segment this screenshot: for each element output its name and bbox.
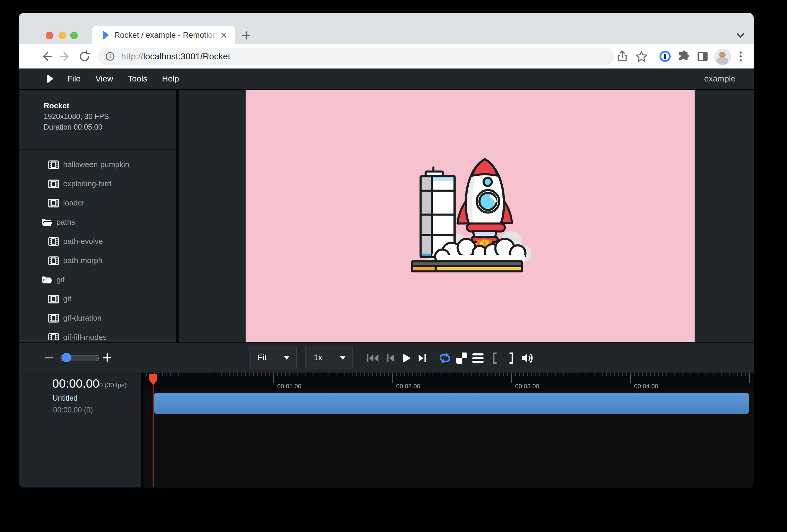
- ruler-label: 00:03.00: [515, 383, 539, 390]
- next-frame-button[interactable]: [416, 351, 429, 365]
- sidebar-item-label: halloween-pumpkin: [63, 160, 129, 169]
- new-tab-button[interactable]: [241, 30, 252, 41]
- remotion-menubar: File View Tools Help example: [19, 68, 753, 90]
- minimize-window-button[interactable]: [59, 31, 66, 39]
- side-panel-icon[interactable]: [696, 49, 709, 63]
- zoom-window-button[interactable]: [70, 31, 78, 39]
- playback-controls-bar: Fit 1x: [19, 342, 753, 373]
- site-info-icon[interactable]: [105, 51, 115, 61]
- current-time: 00:00.00: [52, 377, 100, 390]
- bookmark-star-button[interactable]: [635, 49, 648, 63]
- composition-resolution: 1920x1080, 30 FPS: [44, 111, 176, 122]
- reload-button[interactable]: [78, 49, 91, 63]
- share-button[interactable]: [616, 49, 629, 63]
- transparency-checkerboard-toggle[interactable]: [455, 351, 468, 365]
- previous-frame-button[interactable]: [384, 351, 397, 365]
- volume-button[interactable]: [521, 351, 534, 365]
- sidebar-item-label: loader: [63, 198, 84, 208]
- tab-search-chevron-icon[interactable]: [735, 30, 746, 41]
- composition-list: halloween-pumpkin exploding-bird loader …: [19, 150, 176, 340]
- compositions-sidebar: Rocket 1920x1080, 30 FPS Duration 00:05.…: [19, 90, 176, 342]
- timeline-zoom-slider-knob[interactable]: [62, 353, 71, 362]
- menu-items: File View Tools Help: [67, 74, 179, 84]
- url-text: http://localhost:3001/Rocket: [121, 51, 230, 61]
- sidebar-item-path-evolve[interactable]: path-evolve: [19, 232, 176, 251]
- sidebar-resize-handle[interactable]: [176, 90, 179, 342]
- composition-canvas[interactable]: [246, 90, 695, 342]
- close-window-button[interactable]: [46, 31, 54, 39]
- sidebar-folder-gif[interactable]: gif: [19, 270, 176, 289]
- menu-tools[interactable]: Tools: [128, 74, 147, 84]
- sidebar-item-exploding-bird[interactable]: exploding-bird: [19, 174, 176, 193]
- browser-tab[interactable]: Rocket / example - Remotion P: [92, 26, 235, 44]
- sidebar-item-label: gif-fill-modes: [63, 333, 107, 340]
- film-icon: [48, 295, 59, 303]
- menu-help[interactable]: Help: [162, 74, 179, 84]
- sidebar-item-gif-duration[interactable]: gif-duration: [19, 308, 176, 328]
- onepassword-extension-icon[interactable]: [658, 49, 672, 63]
- address-bar[interactable]: http://localhost:3001/Rocket: [98, 48, 615, 65]
- close-tab-icon[interactable]: [219, 30, 229, 40]
- sidebar-item-gif[interactable]: gif: [19, 289, 176, 308]
- profile-avatar[interactable]: [715, 49, 731, 65]
- tab-strip: Rocket / example - Remotion P: [19, 13, 753, 44]
- timeline-zoom-out-button[interactable]: [45, 357, 54, 358]
- sidebar-item-label: paths: [56, 218, 75, 227]
- sidebar-folder-paths[interactable]: paths: [19, 213, 176, 232]
- film-icon: [48, 160, 59, 169]
- canvas-size-dropdown[interactable]: Fit: [249, 347, 297, 368]
- canvas-size-value: Fit: [258, 353, 267, 362]
- extensions-puzzle-icon[interactable]: [677, 49, 691, 63]
- timeline-track-bar[interactable]: [154, 393, 749, 414]
- playhead-line: [153, 374, 153, 487]
- track-name[interactable]: Untitled: [52, 394, 78, 402]
- play-button[interactable]: [400, 351, 413, 365]
- screen: Rocket / example - Remotion P: [0, 0, 787, 532]
- sidebar-item-label: path-evolve: [63, 237, 103, 246]
- chevron-down-icon: [339, 356, 346, 360]
- sidebar-item-label: gif: [63, 294, 71, 303]
- avatar-body: [717, 58, 728, 65]
- composition-duration: Duration 00:05.00: [44, 122, 176, 132]
- set-out-point-button[interactable]: [504, 351, 518, 365]
- playback-speed-dropdown[interactable]: 1x: [305, 347, 353, 368]
- remotion-logo-icon[interactable]: [45, 75, 54, 83]
- main-area: Rocket 1920x1080, 30 FPS Duration 00:05.…: [19, 90, 753, 342]
- timeline-ruler[interactable]: 00:01.00 00:02.00 00:03.00 00:04.00: [144, 373, 753, 391]
- sidebar-item-gif-fill-modes[interactable]: gif-fill-modes: [19, 328, 176, 340]
- sidebar-item-label: gif: [56, 275, 64, 284]
- remotion-favicon-icon: [101, 31, 109, 40]
- timeline-panel-divider: [141, 373, 144, 488]
- url-scheme: http://: [121, 51, 143, 61]
- sidebar-item-loader[interactable]: loader: [19, 193, 176, 213]
- film-icon: [48, 199, 59, 208]
- composition-info: Rocket 1920x1080, 30 FPS Duration 00:05.…: [19, 90, 176, 132]
- avatar-head: [719, 52, 726, 58]
- sidebar-item-halloween-pumpkin[interactable]: halloween-pumpkin: [19, 155, 176, 174]
- timeline-tracks-area[interactable]: 00:01.00 00:02.00 00:03.00 00:04.00: [144, 373, 753, 488]
- sidebar-item-label: path-morph: [63, 256, 102, 265]
- open-folder-icon: [41, 275, 52, 284]
- project-label: example: [704, 74, 735, 84]
- sidebar-bottom-separator: [19, 340, 176, 341]
- set-in-point-button[interactable]: [488, 351, 502, 365]
- browser-window: Rocket / example - Remotion P: [19, 13, 753, 488]
- forward-button[interactable]: [59, 49, 72, 63]
- browser-menu-kebab-icon[interactable]: [734, 49, 747, 63]
- playhead-handle[interactable]: [149, 374, 157, 386]
- timeline-info-panel: 00:00.00 0 (30 fps) Untitled 00:00.00 (0…: [19, 373, 141, 487]
- menu-view[interactable]: View: [95, 74, 113, 84]
- menu-file[interactable]: File: [67, 74, 81, 84]
- rocket-illustration: [407, 153, 531, 277]
- timeline-rows-toggle[interactable]: [471, 351, 485, 365]
- film-icon: [48, 179, 59, 188]
- sidebar-item-path-morph[interactable]: path-morph: [19, 251, 176, 270]
- chevron-down-icon: [283, 356, 290, 360]
- film-icon: [48, 333, 59, 340]
- back-button[interactable]: [39, 49, 53, 63]
- loop-toggle-button[interactable]: [438, 351, 452, 365]
- timeline-zoom-in-button[interactable]: [102, 353, 112, 362]
- jump-to-start-button[interactable]: [366, 351, 380, 365]
- current-frame-info: 0 (30 fps): [99, 381, 127, 389]
- film-icon: [48, 256, 59, 265]
